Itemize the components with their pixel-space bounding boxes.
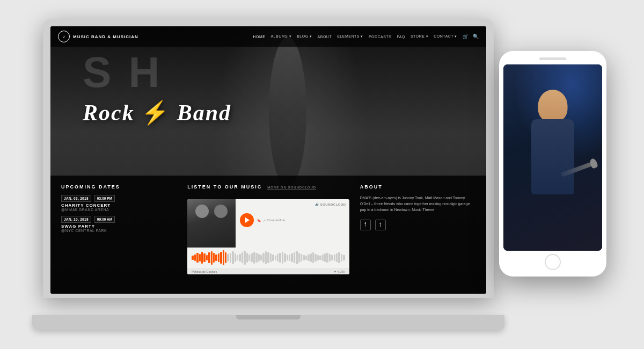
phone-speaker bbox=[539, 57, 566, 60]
event-1-date: JAN. 03, 2018 bbox=[61, 195, 91, 202]
player-top: 🔊 SOUNDCLOUD 🔖 ↗ Compartilhar bbox=[187, 199, 349, 248]
nav-links: HOME ALBUMS ▾ BLOG ▾ ABOUT ELEMENTS ▾ PO… bbox=[253, 34, 457, 39]
phone-screen bbox=[503, 64, 602, 251]
play-button[interactable] bbox=[240, 213, 254, 227]
main-scene: ♪ MUSIC BAND & MUSICIAN HOME ALBUMS ▾ BL… bbox=[27, 8, 617, 341]
event-2-venue: @NYC CENTRAL PARK bbox=[61, 229, 177, 232]
player-card: 🔊 SOUNDCLOUD 🔖 ↗ Compartilhar bbox=[187, 199, 349, 274]
search-icon[interactable]: 🔍 bbox=[473, 34, 479, 39]
cart-icon[interactable]: 🛒 bbox=[463, 34, 469, 39]
nav-elements[interactable]: ELEMENTS ▾ bbox=[337, 34, 363, 39]
about-title: ABOUT bbox=[360, 184, 475, 190]
logo-icon: ♪ bbox=[58, 31, 70, 42]
bookmark-action[interactable]: 🔖 bbox=[257, 219, 261, 222]
twitter-icon[interactable]: t bbox=[375, 220, 386, 230]
logo-text: MUSIC BAND & MUSICIAN bbox=[73, 34, 138, 39]
navigation: ♪ MUSIC BAND & MUSICIAN HOME ALBUMS ▾ BL… bbox=[50, 26, 486, 47]
event-2-time: 09:00 AM bbox=[94, 216, 115, 223]
play-row: 🔖 ↗ Compartilhar bbox=[240, 213, 345, 227]
nav-home[interactable]: HOME bbox=[253, 35, 265, 39]
facebook-icon[interactable]: f bbox=[360, 220, 371, 230]
laptop-frame: ♪ MUSIC BAND & MUSICIAN HOME ALBUMS ▾ BL… bbox=[43, 19, 494, 298]
event-2-date: JAN. 10, 2018 bbox=[61, 216, 91, 223]
listen-header: LISTEN TO OUR MUSIC MORE ON SOUNDCLOUD bbox=[187, 184, 349, 195]
event-2-name: SWAG PARTY bbox=[61, 224, 177, 229]
share-action[interactable]: ↗ Compartilhar bbox=[263, 219, 285, 222]
nav-about[interactable]: ABOUT bbox=[318, 35, 332, 39]
listen-title: LISTEN TO OUR MUSIC bbox=[187, 184, 262, 190]
event-2-date-row: JAN. 10, 2018 09:00 AM bbox=[61, 216, 177, 223]
nav-faq[interactable]: FAQ bbox=[397, 35, 405, 39]
singer-head bbox=[538, 90, 568, 122]
hero-letters: S H bbox=[83, 48, 162, 97]
singer-figure bbox=[521, 79, 585, 251]
track-likes: ♥ 4,25k bbox=[334, 270, 345, 273]
waveform bbox=[192, 250, 345, 266]
player-waveform[interactable] bbox=[187, 248, 349, 268]
soundcloud-link[interactable]: MORE ON SOUNDCLOUD bbox=[267, 186, 316, 190]
social-icons: f t bbox=[360, 220, 475, 230]
bottom-section: UPCOMING DATES JAN. 03, 2018 03:00 PM CH… bbox=[50, 176, 486, 294]
upcoming-title: UPCOMING DATES bbox=[61, 184, 177, 190]
nav-blog[interactable]: BLOG ▾ bbox=[297, 34, 312, 39]
phone-home-button[interactable] bbox=[545, 254, 561, 270]
event-1-name: CHARITY CONCERT bbox=[61, 203, 177, 208]
website: ♪ MUSIC BAND & MUSICIAN HOME ALBUMS ▾ BL… bbox=[50, 26, 486, 294]
nav-albums[interactable]: ALBUMS ▾ bbox=[270, 34, 291, 39]
nav-podcasts[interactable]: PODCASTS bbox=[369, 35, 392, 39]
nav-logo[interactable]: ♪ MUSIC BAND & MUSICIAN bbox=[58, 31, 138, 42]
upcoming-dates-section: UPCOMING DATES JAN. 03, 2018 03:00 PM CH… bbox=[61, 184, 177, 285]
player-controls: 🔊 SOUNDCLOUD 🔖 ↗ Compartilhar bbox=[236, 199, 349, 248]
hero-title-line1: Rock bbox=[83, 100, 135, 125]
event-1-date-row: JAN. 03, 2018 03:00 PM bbox=[61, 195, 177, 202]
hero-title-line2: Band bbox=[177, 100, 231, 125]
player-footer: Política de Cookies ♥ 4,25k bbox=[187, 268, 349, 274]
nav-contact[interactable]: CONTACT ▾ bbox=[434, 34, 457, 39]
event-item-2: JAN. 10, 2018 09:00 AM SWAG PARTY @NYC C… bbox=[61, 216, 177, 232]
singer-torso bbox=[531, 119, 574, 194]
hero-title: Rock ⚡ Band bbox=[83, 101, 231, 124]
laptop-screen: ♪ MUSIC BAND & MUSICIAN HOME ALBUMS ▾ BL… bbox=[50, 26, 486, 294]
event-1-time: 03:00 PM bbox=[94, 195, 115, 202]
player-actions: 🔖 ↗ Compartilhar bbox=[257, 219, 285, 222]
sc-logo: 🔊 SOUNDCLOUD bbox=[315, 202, 346, 206]
about-section: ABOUT DMA'S (dee-em-ayes) is Johnny Took… bbox=[360, 184, 475, 285]
event-item-1: JAN. 03, 2018 03:00 PM CHARITY CONCERT @… bbox=[61, 195, 177, 212]
laptop-base bbox=[32, 315, 504, 330]
nav-store[interactable]: STORE ▾ bbox=[411, 34, 428, 39]
hero-lightning: ⚡ bbox=[141, 101, 170, 124]
track-name: Política de Cookies bbox=[192, 270, 217, 273]
phone-device bbox=[499, 51, 606, 277]
listen-section: LISTEN TO OUR MUSIC MORE ON SOUNDCLOUD bbox=[187, 184, 349, 285]
about-text: DMA'S (dee-em-ayes) is Johnny Took, Matt… bbox=[360, 195, 475, 213]
nav-action-icons: 🛒 🔍 bbox=[463, 34, 479, 39]
event-1-venue: @MIAMI GRAND ARENA bbox=[61, 208, 177, 212]
thumb-image bbox=[187, 199, 236, 248]
player-thumbnail bbox=[187, 199, 236, 248]
laptop-device: ♪ MUSIC BAND & MUSICIAN HOME ALBUMS ▾ BL… bbox=[43, 19, 494, 330]
phone-content bbox=[503, 64, 602, 251]
